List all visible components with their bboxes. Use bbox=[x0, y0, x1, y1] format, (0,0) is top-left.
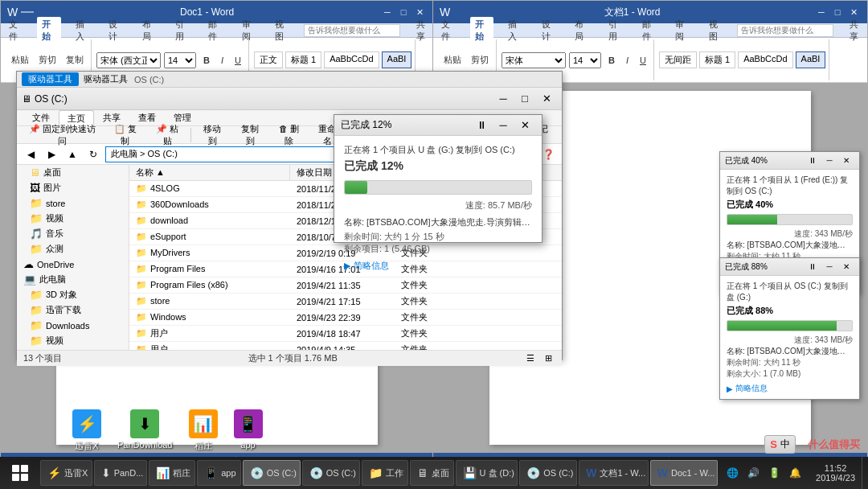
word-close-left[interactable]: ✕ bbox=[412, 6, 427, 18]
word-search-left[interactable] bbox=[304, 24, 400, 37]
ribbon-pin-btn[interactable]: 📌 固定到快速访问 bbox=[22, 121, 104, 149]
nav-back-btn[interactable]: ◀ bbox=[22, 146, 39, 162]
desktop-icon-daozhuang[interactable]: 📊 稻庄 bbox=[189, 409, 218, 452]
file-row[interactable]: 📁用户 2019/4/9 14:35 文件夹 bbox=[129, 342, 562, 350]
view-large-btn[interactable]: ⊞ bbox=[541, 352, 555, 365]
show-desktop-btn[interactable] bbox=[862, 457, 868, 489]
sidebar-item-thispc[interactable]: 💻 此电脑 bbox=[17, 272, 129, 287]
taskbar-item-osc2[interactable]: 💿 OS (C:) bbox=[302, 460, 360, 486]
mini-close-btn-1[interactable]: ✕ bbox=[838, 154, 854, 167]
taskbar-item-ud[interactable]: 💾 U 盘 (D:) bbox=[456, 460, 518, 486]
sidebar-item-thunder[interactable]: 📁 迅雷下载 bbox=[17, 302, 129, 318]
cut-btn-left[interactable]: 剪切 bbox=[35, 51, 60, 68]
sidebar-item-video[interactable]: 📁 视频 bbox=[17, 211, 129, 226]
mini-minimize-btn-1[interactable]: ─ bbox=[821, 154, 837, 167]
italic-left[interactable]: I bbox=[217, 53, 227, 68]
underline-right[interactable]: U bbox=[636, 53, 650, 68]
desktop-icon-pan[interactable]: ⬇ PanDownload bbox=[117, 409, 173, 452]
sidebar-item-music[interactable]: 🎵 音乐 bbox=[17, 226, 129, 241]
mini-pause-btn-2[interactable]: ⏸ bbox=[805, 261, 821, 273]
cut-btn-right[interactable]: 剪切 bbox=[467, 51, 493, 68]
style-heading1-left[interactable]: 标题 1 bbox=[285, 51, 321, 68]
word-close-right[interactable]: ✕ bbox=[846, 6, 861, 18]
copy-minimize-btn[interactable]: ─ bbox=[493, 117, 514, 134]
italic-right[interactable]: I bbox=[622, 53, 633, 68]
nav-up-btn[interactable]: ▲ bbox=[63, 146, 81, 162]
underline-left[interactable]: U bbox=[231, 53, 245, 68]
start-button[interactable] bbox=[0, 457, 40, 489]
paste-btn-right[interactable]: 粘贴 bbox=[440, 51, 465, 68]
mini-expand-btn-2[interactable]: ▶ 简略信息 bbox=[727, 383, 853, 394]
file-row[interactable]: 📁Program Files (x86) 2019/4/21 11:35 文件夹 bbox=[129, 277, 562, 294]
font-size-left[interactable]: 14 bbox=[164, 52, 196, 68]
mini-minimize-btn-2[interactable]: ─ bbox=[821, 261, 837, 273]
file-row[interactable]: 📁store 2019/4/21 17:15 文件夹 bbox=[129, 294, 562, 310]
explorer-close[interactable]: ✕ bbox=[536, 91, 557, 107]
ribbon-move-btn[interactable]: 移动到 bbox=[194, 121, 231, 149]
style-aabl-right[interactable]: AaBI bbox=[796, 51, 826, 68]
taskbar-item-word1[interactable]: W 文档1 - W... bbox=[579, 460, 649, 486]
tray-volume-icon[interactable]: 🔊 bbox=[745, 465, 761, 481]
word-maximize-left[interactable]: □ bbox=[396, 6, 411, 18]
explorer-maximize[interactable]: □ bbox=[514, 91, 535, 107]
sidebar-item-zhongce[interactable]: 📁 众测 bbox=[17, 241, 129, 257]
sidebar-item-store[interactable]: 📁 store bbox=[17, 195, 129, 211]
ime-indicator[interactable]: S 中 bbox=[764, 435, 796, 454]
taskbar-item-osc3[interactable]: 💿 OS (C:) bbox=[519, 460, 577, 486]
bold-right[interactable]: B bbox=[604, 53, 619, 68]
tray-battery-icon[interactable]: 🔋 bbox=[766, 465, 782, 481]
taskbar-clock[interactable]: 11:52 2019/4/23 bbox=[809, 463, 862, 483]
style-aabl-left[interactable]: AaBI bbox=[382, 51, 412, 68]
file-row[interactable]: 📁用户 2019/4/18 18:47 文件夹 bbox=[129, 326, 562, 342]
style-normal-left[interactable]: 正文 bbox=[254, 51, 283, 68]
taskbar-item-work[interactable]: 📁 工作 bbox=[362, 460, 408, 486]
style-heading1-right[interactable]: 标题 1 bbox=[699, 51, 735, 68]
copy-expand-btn[interactable]: ▶ 简略信息 bbox=[344, 260, 532, 272]
tray-network-icon[interactable]: 🌐 bbox=[724, 465, 740, 481]
sidebar-item-onedrive[interactable]: ☁ OneDrive bbox=[17, 257, 129, 272]
nav-forward-btn[interactable]: ▶ bbox=[43, 146, 60, 162]
ribbon-paste-btn[interactable]: 📌 粘贴 bbox=[147, 121, 187, 149]
sidebar-item-downloads[interactable]: 📁 Downloads bbox=[17, 318, 129, 333]
ribbon-delete-btn[interactable]: 🗑 删除 bbox=[270, 121, 309, 149]
taskbar-item-osc[interactable]: 💿 OS (C:) bbox=[243, 460, 301, 486]
sidebar-item-video2[interactable]: 📁 视频 bbox=[17, 333, 129, 348]
sidebar-item-pics2[interactable]: 🖼 图片 bbox=[17, 348, 129, 350]
word-minimize-right[interactable]: ─ bbox=[814, 6, 829, 18]
paste-btn-left[interactable]: 粘贴 bbox=[7, 51, 33, 68]
nav-refresh-btn[interactable]: ↻ bbox=[84, 146, 102, 162]
copy-pause-btn[interactable]: ⏸ bbox=[471, 117, 492, 134]
sidebar-item-pictures[interactable]: 🖼 图片 bbox=[17, 180, 129, 195]
sidebar-item-3d[interactable]: 📁 3D 对象 bbox=[17, 287, 129, 302]
style-aabbcc-left[interactable]: AaBbCcDd bbox=[324, 51, 379, 68]
font-family-left[interactable]: 宋体 (西文正... bbox=[96, 52, 161, 68]
taskbar-item-app[interactable]: 📱 app bbox=[197, 460, 240, 486]
taskbar-item-pan[interactable]: ⬇ PanD... bbox=[94, 460, 148, 486]
desktop-icon-app[interactable]: 📱 app bbox=[234, 409, 263, 452]
style-aabbcc-right[interactable]: AaBbCcDd bbox=[738, 51, 792, 68]
tray-notif-icon[interactable]: 🔔 bbox=[787, 465, 803, 481]
word-minimize-left[interactable]: ─ bbox=[380, 6, 395, 18]
col-header-name[interactable]: 名称 ▲ bbox=[129, 165, 290, 180]
mini-pause-btn-1[interactable]: ⏸ bbox=[805, 154, 821, 167]
taskbar-item-desktop[interactable]: 🖥 桌面 bbox=[410, 460, 454, 486]
font-size-right[interactable]: 14 bbox=[569, 52, 601, 68]
taskbar-item-word2[interactable]: W Doc1 - W... bbox=[650, 460, 718, 486]
style-normal-right[interactable]: 无间距 bbox=[659, 51, 697, 68]
explorer-minimize[interactable]: ─ bbox=[493, 91, 514, 107]
taskbar-item-thunder[interactable]: ⚡ 迅雷X bbox=[40, 460, 92, 486]
ribbon-copy-btn[interactable]: 📋 复制 bbox=[105, 121, 145, 149]
font-family-right[interactable]: 宋体 bbox=[502, 52, 566, 68]
copy-btn-left[interactable]: 复制 bbox=[62, 51, 88, 68]
view-details-btn[interactable]: ☰ bbox=[523, 352, 538, 365]
desktop-icon-thunder[interactable]: ⚡ 迅雷X bbox=[72, 409, 101, 452]
mini-close-btn-2[interactable]: ✕ bbox=[838, 261, 854, 273]
sidebar-item-desktop[interactable]: 🖥 桌面 bbox=[17, 165, 129, 180]
word-maximize-right[interactable]: □ bbox=[830, 6, 845, 18]
ribbon-copyto-btn[interactable]: 复制到 bbox=[232, 121, 268, 149]
file-row[interactable]: 📁Windows 2019/4/23 22:39 文件夹 bbox=[129, 310, 562, 326]
taskbar-item-daozhuang[interactable]: 📊 稻庄 bbox=[149, 460, 195, 486]
copy-close-btn[interactable]: ✕ bbox=[514, 117, 535, 134]
bold-left[interactable]: B bbox=[199, 53, 214, 68]
word-search-right[interactable] bbox=[737, 24, 833, 37]
